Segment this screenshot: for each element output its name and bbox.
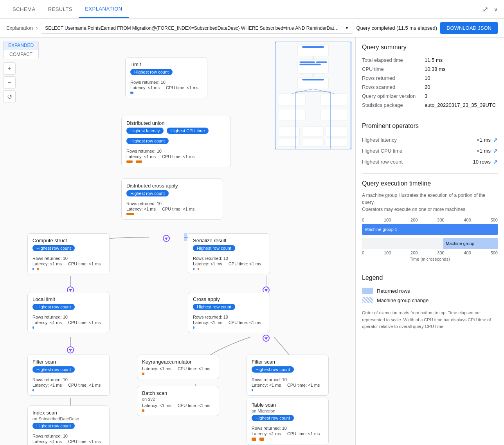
node-table-latency: Latency: <1 ms [252, 431, 281, 436]
tab-explanation[interactable]: EXPLANATION [79, 0, 129, 18]
node-table-badge: Highest row count [252, 415, 294, 421]
footer-note: Order of execution reads from bottom to … [362, 310, 498, 330]
prominent-value: <1 ms ⇗ [477, 137, 498, 143]
node-cross-apply-cpu: CPU time: <1 ms [229, 320, 261, 325]
query-bar: Explanation › SELECT Username,PointsEarn… [0, 19, 504, 38]
zoom-out-button[interactable]: − [3, 76, 16, 89]
svg-point-55 [67, 347, 74, 353]
node-index-badge: Highest row count [32, 423, 75, 429]
node-cross-apply-latency: Latency: <1 ms [193, 320, 222, 325]
node-table-scan[interactable]: Table scan on Migration Highest row coun… [247, 398, 329, 445]
node-local-limit-title: Local limit [32, 296, 104, 302]
node-cross-apply-title: Cross apply [193, 296, 265, 302]
query-selector[interactable]: SELECT Username,PointsEarned FROM Migrat… [41, 23, 353, 34]
node-serialize-badge: Highest row count [193, 245, 235, 251]
tab-results[interactable]: RESULTS [42, 1, 79, 18]
prominent-link-icon[interactable]: ⇗ [493, 159, 498, 165]
node-index-rows: Rows returned: 10 [32, 434, 68, 438]
node-keyrange[interactable]: Keyrangeaccumulator Latency: <1 ms CPU t… [137, 355, 219, 379]
node-index-title: Index scan [32, 410, 104, 416]
expand-icon[interactable]: ⤢ [482, 5, 488, 14]
timeline-axis-bottom: 0100200300400500 [362, 250, 498, 255]
node-index-scan[interactable]: Index scan on SubscribedDateDesc Highest… [27, 405, 110, 445]
summary-row: Rows scanned20 [362, 83, 498, 92]
prominent-link-icon[interactable]: ⇗ [493, 148, 498, 154]
node-dist-cross-rows: Rows returned: 10 [126, 201, 162, 206]
svg-marker-52 [69, 289, 72, 292]
expanded-view-btn[interactable]: EXPANDED [4, 41, 38, 50]
summary-label: CPU time [362, 65, 425, 74]
node-filter-left-bar-blue [32, 389, 34, 391]
chevron-icon[interactable]: ∨ [494, 6, 498, 13]
summary-value: auto_20220317_23_35_39UTC [425, 101, 498, 110]
prominent-label: Highest CPU time [362, 148, 402, 154]
timeline-axis-label: Time (microseconds) [362, 257, 498, 261]
node-batch-latency: Latency: <1 ms [142, 403, 171, 408]
node-dist-union-badge2: Highest CPU time [167, 128, 209, 134]
svg-marker-54 [265, 289, 268, 292]
legend-machine-group-label: Machine group change [377, 297, 428, 303]
node-serialize-cpu: CPU time: <1 ms [229, 261, 261, 266]
node-serialize-result[interactable]: Serialize result Highest row count Rows … [188, 233, 270, 274]
node-dist-union-badge3: Highest row count [126, 138, 169, 144]
summary-value: 10.38 ms [425, 65, 498, 74]
node-local-limit-badge: Highest row count [32, 304, 75, 310]
prominent-row: Highest latency <1 ms ⇗ [362, 134, 498, 145]
node-filter-right-title: Filter scan [252, 359, 324, 365]
query-status: Query completed (11.5 ms elapsed) [356, 25, 437, 31]
node-local-limit[interactable]: Local limit Highest row count Rows retur… [27, 292, 110, 333]
legend-returned-rows-icon [362, 288, 373, 294]
node-batch-scan[interactable]: Batch scan on $v2 Latency: <1 ms CPU tim… [137, 386, 219, 416]
node-serialize-latency: Latency: <1 ms [193, 261, 222, 266]
node-filter-right-badge: Highest row count [252, 366, 294, 373]
node-dist-cross[interactable]: Distributed cross apply Highest row coun… [121, 178, 223, 220]
legend-returned-rows: Returned rows [362, 286, 498, 295]
prominent-row: Highest row count 10 rows ⇗ [362, 156, 498, 167]
node-local-limit-latency: Latency: <1 ms [32, 320, 62, 325]
node-table-cpu: CPU time: <1 ms [287, 431, 320, 436]
view-mode-group: EXPANDED COMPACT [3, 41, 39, 59]
mg1-label: Machine group 1 [365, 227, 397, 232]
node-compute-struct[interactable]: Compute struct Highest row count Rows re… [27, 233, 110, 274]
svg-marker-50 [165, 238, 168, 240]
node-dist-union-rows: Rows returned: 10 [126, 149, 162, 153]
node-dist-union-bar-orange2 [136, 160, 142, 163]
summary-label: Total elapsed time [362, 56, 425, 65]
query-text: SELECT Username,PointsEarned FROM Migrat… [45, 25, 341, 31]
node-cross-apply-rows: Rows returned: 10 [193, 315, 228, 319]
zoom-reset-button[interactable]: ↺ [3, 90, 16, 103]
timeline-bar-mg2: Machine group [362, 238, 498, 249]
timeline-desc: A machine group illustrates the executio… [362, 192, 498, 213]
timeline-axis-top: 0100200300400500 [362, 218, 498, 222]
node-compute-cpu: CPU time: <1 ms [68, 261, 101, 266]
node-local-limit-rows: Rows returned: 10 [32, 315, 68, 319]
zoom-in-button[interactable]: + [3, 62, 16, 75]
node-dist-union-badge1: Highest latency [126, 128, 164, 134]
node-limit-badge: Highest row count [130, 69, 173, 75]
node-filter-left[interactable]: Filter scan Highest row count Rows retur… [27, 355, 110, 396]
node-limit[interactable]: Limit Highest row count Rows returned: 1… [125, 57, 207, 98]
prominent-value: <1 ms ⇗ [477, 148, 498, 154]
summary-table: Total elapsed time11.5 msCPU time10.38 m… [362, 56, 498, 110]
node-limit-rows: Rows returned: 10 [130, 80, 166, 85]
node-filter-right[interactable]: Filter scan Highest row count Rows retur… [247, 355, 329, 396]
prominent-label: Highest latency [362, 137, 397, 143]
node-cross-apply-bar-blue [193, 326, 194, 329]
node-table-bar-orange2 [259, 438, 264, 441]
summary-row: Query optimizer version3 [362, 92, 498, 101]
node-filter-left-badge: Highest row count [32, 366, 75, 373]
node-limit-title: Limit [130, 61, 202, 67]
node-compute-bar-orange [37, 268, 39, 270]
node-dist-union-title: Distributed union [126, 120, 226, 126]
view-controls: EXPANDED COMPACT + − ↺ [3, 41, 39, 103]
download-json-button[interactable]: DOWNLOAD JSON [440, 22, 498, 34]
node-cross-apply[interactable]: Cross apply Highest row count Rows retur… [188, 292, 270, 333]
tab-schema[interactable]: SCHEMA [6, 1, 42, 18]
summary-label: Rows scanned [362, 83, 425, 92]
prominent-link-icon[interactable]: ⇗ [493, 137, 498, 143]
node-dist-union[interactable]: Distributed union Highest latency Highes… [121, 116, 231, 167]
compact-view-btn[interactable]: COMPACT [4, 50, 38, 59]
diagram-content: Limit Highest row count Rows returned: 1… [0, 38, 355, 445]
node-limit-cpu: CPU time: <1 ms [166, 85, 198, 90]
node-keyrange-cpu: CPU time: <1 ms [178, 366, 210, 371]
